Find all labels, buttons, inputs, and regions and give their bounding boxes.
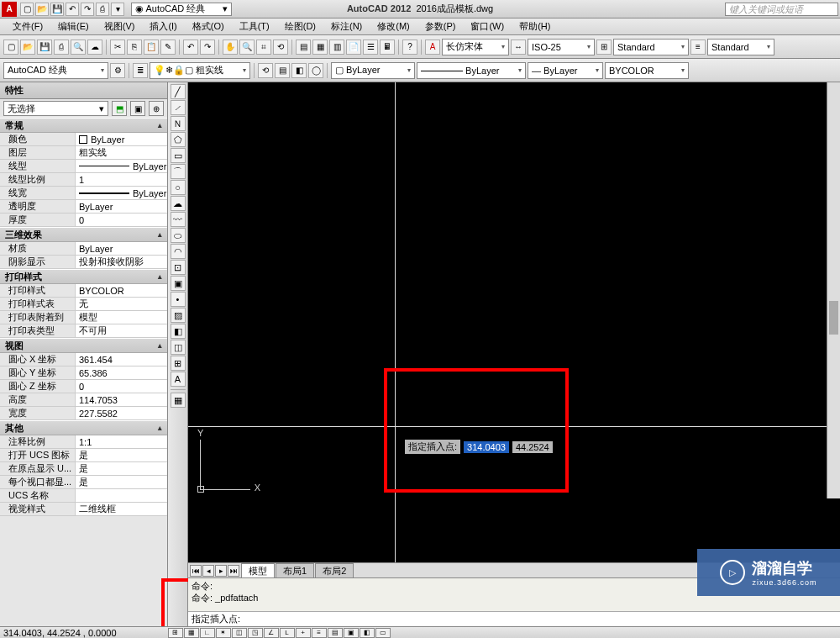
layer-off-icon[interactable]: ◯ [308, 63, 323, 78]
addsel-icon[interactable]: ▦ [171, 393, 186, 408]
pan-icon[interactable]: ✋ [223, 40, 238, 55]
prop-value[interactable] [76, 489, 167, 502]
prop-value[interactable]: 114.7053 [76, 393, 167, 406]
dyn-input-x[interactable]: 314.0403 [464, 441, 509, 453]
ml-style-icon[interactable]: ≡ [690, 40, 706, 55]
command-input[interactable]: 指定插入点: [188, 611, 840, 626]
prop-section-three_d[interactable]: 三维效果▴ [0, 227, 167, 242]
sheet-icon[interactable]: 📄 [346, 40, 361, 55]
prop-value[interactable]: 无 [76, 298, 167, 310]
menu-param[interactable]: 参数(P) [417, 20, 464, 33]
snap-toggle[interactable]: ⊞ [168, 628, 183, 638]
spline-icon[interactable]: 〰 [171, 212, 186, 227]
undo-icon[interactable]: ↶ [183, 40, 198, 55]
ducs-toggle[interactable]: L [280, 628, 295, 638]
table-icon[interactable]: ⊞ [171, 356, 186, 371]
publish-icon[interactable]: ☁ [87, 40, 102, 55]
tpy-toggle[interactable]: ▤ [328, 628, 343, 638]
tab-layout1[interactable]: 布局1 [276, 563, 314, 578]
new-icon[interactable]: ▢ [3, 40, 18, 55]
menu-file[interactable]: 文件(F) [5, 20, 50, 33]
lineweight-combo[interactable]: — ByLayer▾ [528, 62, 603, 79]
tab-model[interactable]: 模型 [241, 563, 275, 578]
prop-row[interactable]: 每个视口都显...是 [0, 476, 167, 489]
prop-value[interactable]: ByLayer [76, 200, 167, 213]
menu-modify[interactable]: 修改(M) [370, 20, 417, 33]
prop-row[interactable]: 线宽 ByLayer [0, 187, 167, 200]
menu-draw[interactable]: 绘图(D) [277, 20, 323, 33]
prop-value[interactable]: 粗实线 [76, 146, 167, 159]
prop-row[interactable]: 宽度227.5582 [0, 407, 167, 420]
save-icon[interactable]: 💾 [37, 40, 52, 55]
prop-row[interactable]: UCS 名称 [0, 489, 167, 503]
qat-save-icon[interactable]: 💾 [50, 3, 64, 16]
prop-row[interactable]: 材质ByLayer [0, 242, 167, 256]
calc-icon[interactable]: 🖩 [380, 40, 395, 55]
pline-icon[interactable]: Ｎ [171, 116, 186, 131]
prop-value[interactable]: 227.5582 [76, 407, 167, 419]
layer-state-icon[interactable]: ▤ [275, 63, 290, 78]
insert-icon[interactable]: ⊡ [171, 260, 186, 275]
rectangle-icon[interactable]: ▭ [171, 148, 186, 163]
layer-prev-icon[interactable]: ⟲ [258, 63, 273, 78]
prop-value[interactable]: 投射和接收阴影 [76, 256, 167, 268]
zoom-icon[interactable]: 🔍 [239, 40, 255, 55]
prop-section-general[interactable]: 常规▴ [0, 118, 167, 133]
prop-value[interactable]: ByLayer [76, 187, 167, 199]
sc-toggle[interactable]: ◧ [360, 628, 375, 638]
prop-section-plot[interactable]: 打印样式▴ [0, 269, 167, 284]
prop-value[interactable]: ByLayer [76, 242, 167, 255]
dim-combo[interactable]: ISO-25▾ [528, 39, 595, 55]
prop-value[interactable]: ByLayer [76, 133, 167, 145]
ellipse-icon[interactable]: ⬭ [171, 228, 186, 243]
menu-insert[interactable]: 插入(I) [142, 20, 184, 33]
tab-prev-icon[interactable]: ◂ [202, 565, 214, 577]
prop-value[interactable]: 二维线框 [76, 503, 167, 515]
arc-icon[interactable]: ⌒ [171, 164, 186, 179]
props-icon[interactable]: ▤ [296, 40, 311, 55]
workspace-selector[interactable]: ◉ AutoCAD 经典 ▾ [131, 3, 232, 16]
plotstyle-combo[interactable]: BYCOLOR▾ [605, 62, 689, 79]
polar-toggle[interactable]: ✶ [216, 628, 231, 638]
prop-value[interactable]: 模型 [76, 311, 167, 324]
qat-more-icon[interactable]: ▾ [111, 3, 124, 16]
drawing-canvas[interactable]: 指定插入点: 314.0403 44.2524 Y X [188, 82, 840, 562]
prop-value[interactable]: 361.454 [76, 353, 167, 366]
menu-edit[interactable]: 编辑(E) [50, 20, 97, 33]
plot-icon[interactable]: ⎙ [54, 40, 69, 55]
pickadd-icon[interactable]: ⊕ [149, 101, 164, 116]
selection-combo[interactable]: 无选择▾ [3, 101, 108, 116]
prop-value[interactable]: 1:1 [76, 435, 167, 448]
prop-value[interactable]: ByLayer [76, 160, 167, 172]
preview-icon[interactable]: 🔍 [71, 40, 86, 55]
ws-settings-icon[interactable]: ⚙ [110, 63, 125, 78]
prop-row[interactable]: 在原点显示 U...是 [0, 462, 167, 476]
menu-tools[interactable]: 工具(T) [232, 20, 277, 33]
qat-open-icon[interactable]: 📂 [35, 3, 49, 16]
prop-value[interactable]: 0 [76, 214, 167, 226]
menu-format[interactable]: 格式(O) [185, 20, 232, 33]
font-combo[interactable]: 长仿宋体▾ [442, 39, 509, 55]
xline-icon[interactable]: ⟋ [171, 100, 186, 115]
qat-print-icon[interactable]: ⎙ [96, 3, 109, 16]
prop-row[interactable]: 注释比例1:1 [0, 435, 167, 449]
osnap-toggle[interactable]: ◫ [232, 628, 247, 638]
prop-row[interactable]: 厚度0 [0, 214, 167, 227]
open-icon[interactable]: 📂 [20, 40, 35, 55]
zoom-prev-icon[interactable]: ⟲ [273, 40, 288, 55]
scrollbar-vertical[interactable] [827, 82, 840, 498]
ml-combo[interactable]: Standard▾ [707, 39, 774, 55]
prop-row[interactable]: 图层粗实线 [0, 146, 167, 160]
cut-icon[interactable]: ✂ [110, 40, 125, 55]
quick-select-icon[interactable]: ⬒ [112, 101, 127, 116]
app-logo-icon[interactable]: A [2, 2, 17, 17]
tool-pal-icon[interactable]: ▥ [329, 40, 344, 55]
prop-row[interactable]: 圆心 X 坐标361.454 [0, 353, 167, 366]
workspace-combo[interactable]: AutoCAD 经典▾ [3, 62, 108, 79]
dim-style-icon[interactable]: ↔ [511, 40, 526, 55]
table-combo[interactable]: Standard▾ [613, 39, 689, 55]
hatch-icon[interactable]: ▨ [171, 308, 186, 323]
tab-first-icon[interactable]: ⏮ [190, 565, 202, 577]
prop-row[interactable]: 线型 ByLayer [0, 160, 167, 173]
point-icon[interactable]: • [171, 292, 186, 307]
